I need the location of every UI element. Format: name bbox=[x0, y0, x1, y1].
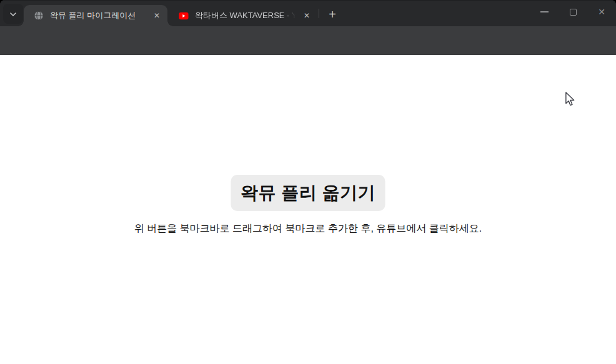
tab-waktaverse-youtube[interactable]: 왁타버스 WAKTAVERSE - YouTu ✕ bbox=[169, 5, 317, 26]
instruction-text: 위 버튼을 북마크바로 드래그하여 북마크로 추가한 후, 유튜브에서 클릭하세… bbox=[0, 222, 616, 235]
tab-close-button[interactable]: ✕ bbox=[301, 10, 312, 21]
page-content: 왁뮤 플리 옮기기 위 버튼을 북마크바로 드래그하여 북마크로 추가한 후, … bbox=[0, 55, 616, 364]
browser-window: 왁뮤 플리 마이그레이션 ✕ 왁타버스 WAKTAVERSE - YouTu ✕… bbox=[0, 0, 616, 364]
maximize-icon bbox=[570, 9, 577, 16]
minimize-icon bbox=[540, 11, 549, 12]
browser-toolbar: https://migration.wakmusic.xyz bbox=[0, 26, 616, 55]
window-minimize-button[interactable] bbox=[531, 1, 557, 22]
tab-wakmu-migration[interactable]: 왁뮤 플리 마이그레이션 ✕ bbox=[24, 5, 167, 26]
tab-strip: 왁뮤 플리 마이그레이션 ✕ 왁타버스 WAKTAVERSE - YouTu ✕… bbox=[0, 0, 616, 26]
window-close-button[interactable]: ✕ bbox=[589, 1, 615, 22]
close-icon: ✕ bbox=[598, 7, 605, 16]
window-maximize-button[interactable] bbox=[560, 1, 586, 22]
youtube-icon bbox=[179, 11, 189, 21]
tab-close-button[interactable]: ✕ bbox=[151, 10, 162, 21]
tab-title: 왁뮤 플리 마이그레이션 bbox=[50, 10, 149, 21]
playlist-migrate-bookmarklet-button[interactable]: 왁뮤 플리 옮기기 bbox=[231, 175, 385, 211]
globe-icon bbox=[34, 11, 44, 21]
new-tab-button[interactable]: + bbox=[324, 6, 341, 23]
chevron-down-icon bbox=[9, 8, 17, 19]
tab-separator bbox=[319, 9, 319, 18]
tab-title: 왁타버스 WAKTAVERSE - YouTu bbox=[195, 10, 299, 21]
